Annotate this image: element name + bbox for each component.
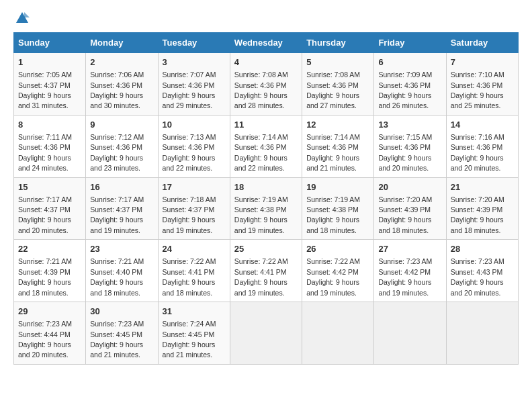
day-info: Sunrise: 7:14 AMSunset: 4:36 PMDaylight:… xyxy=(306,133,360,172)
day-number: 6 xyxy=(378,56,441,68)
day-number: 15 xyxy=(18,181,81,193)
header-cell-monday: Monday xyxy=(86,33,158,53)
day-info: Sunrise: 7:06 AMSunset: 4:36 PMDaylight:… xyxy=(90,71,144,109)
day-number: 27 xyxy=(378,243,441,255)
header-cell-thursday: Thursday xyxy=(302,33,374,53)
day-number: 12 xyxy=(306,119,369,131)
day-cell: 27 Sunrise: 7:23 AMSunset: 4:42 PMDaylig… xyxy=(374,240,446,302)
day-cell: 25 Sunrise: 7:22 AMSunset: 4:41 PMDaylig… xyxy=(230,240,302,302)
day-info: Sunrise: 7:08 AMSunset: 4:36 PMDaylight:… xyxy=(234,71,288,109)
day-number: 4 xyxy=(234,56,298,68)
day-cell: 23 Sunrise: 7:21 AMSunset: 4:40 PMDaylig… xyxy=(86,240,158,302)
day-number: 16 xyxy=(90,181,153,193)
day-info: Sunrise: 7:22 AMSunset: 4:42 PMDaylight:… xyxy=(306,257,360,296)
header-cell-friday: Friday xyxy=(374,33,446,53)
calendar-body: 1 Sunrise: 7:05 AMSunset: 4:37 PMDayligh… xyxy=(14,53,519,365)
day-cell: 3 Sunrise: 7:07 AMSunset: 4:36 PMDayligh… xyxy=(158,53,230,116)
day-number: 20 xyxy=(378,181,441,193)
day-number: 31 xyxy=(163,306,226,318)
day-info: Sunrise: 7:23 AMSunset: 4:42 PMDaylight:… xyxy=(378,257,432,296)
day-number: 21 xyxy=(451,181,514,193)
day-cell: 24 Sunrise: 7:22 AMSunset: 4:41 PMDaylig… xyxy=(158,240,230,302)
day-cell: 20 Sunrise: 7:20 AMSunset: 4:39 PMDaylig… xyxy=(374,177,446,240)
header-cell-wednesday: Wednesday xyxy=(230,33,302,53)
day-info: Sunrise: 7:12 AMSunset: 4:36 PMDaylight:… xyxy=(90,133,144,172)
day-cell: 14 Sunrise: 7:16 AMSunset: 4:36 PMDaylig… xyxy=(446,115,518,177)
day-number: 17 xyxy=(163,181,226,193)
header-cell-tuesday: Tuesday xyxy=(158,33,230,53)
day-info: Sunrise: 7:21 AMSunset: 4:40 PMDaylight:… xyxy=(90,257,144,296)
day-cell: 10 Sunrise: 7:13 AMSunset: 4:36 PMDaylig… xyxy=(158,115,230,177)
logo-icon xyxy=(15,11,30,26)
day-cell: 26 Sunrise: 7:22 AMSunset: 4:42 PMDaylig… xyxy=(302,240,374,302)
day-info: Sunrise: 7:15 AMSunset: 4:36 PMDaylight:… xyxy=(378,133,432,172)
week-row-2: 8 Sunrise: 7:11 AMSunset: 4:36 PMDayligh… xyxy=(14,115,519,177)
svg-marker-1 xyxy=(24,12,30,17)
day-cell: 9 Sunrise: 7:12 AMSunset: 4:36 PMDayligh… xyxy=(86,115,158,177)
day-cell: 2 Sunrise: 7:06 AMSunset: 4:36 PMDayligh… xyxy=(86,53,158,116)
week-row-3: 15 Sunrise: 7:17 AMSunset: 4:37 PMDaylig… xyxy=(14,177,519,240)
day-cell xyxy=(302,302,374,365)
day-info: Sunrise: 7:10 AMSunset: 4:36 PMDaylight:… xyxy=(451,71,504,109)
day-info: Sunrise: 7:14 AMSunset: 4:36 PMDaylight:… xyxy=(234,133,288,172)
day-info: Sunrise: 7:18 AMSunset: 4:37 PMDaylight:… xyxy=(163,195,216,234)
day-info: Sunrise: 7:09 AMSunset: 4:36 PMDaylight:… xyxy=(378,71,432,109)
day-info: Sunrise: 7:20 AMSunset: 4:39 PMDaylight:… xyxy=(378,195,432,234)
day-cell: 17 Sunrise: 7:18 AMSunset: 4:37 PMDaylig… xyxy=(158,177,230,240)
day-cell: 16 Sunrise: 7:17 AMSunset: 4:37 PMDaylig… xyxy=(86,177,158,240)
day-cell: 21 Sunrise: 7:20 AMSunset: 4:39 PMDaylig… xyxy=(446,177,518,240)
day-info: Sunrise: 7:22 AMSunset: 4:41 PMDaylight:… xyxy=(163,257,216,296)
day-number: 26 xyxy=(306,243,369,255)
day-info: Sunrise: 7:08 AMSunset: 4:36 PMDaylight:… xyxy=(306,71,360,109)
day-info: Sunrise: 7:23 AMSunset: 4:43 PMDaylight:… xyxy=(451,257,504,296)
day-cell: 29 Sunrise: 7:23 AMSunset: 4:44 PMDaylig… xyxy=(14,302,86,365)
day-cell: 1 Sunrise: 7:05 AMSunset: 4:37 PMDayligh… xyxy=(14,53,86,116)
day-cell: 31 Sunrise: 7:24 AMSunset: 4:45 PMDaylig… xyxy=(158,302,230,365)
day-number: 2 xyxy=(90,56,153,68)
day-number: 9 xyxy=(90,119,153,131)
day-number: 5 xyxy=(306,56,369,68)
week-row-4: 22 Sunrise: 7:21 AMSunset: 4:39 PMDaylig… xyxy=(14,240,519,302)
day-info: Sunrise: 7:13 AMSunset: 4:36 PMDaylight:… xyxy=(163,133,216,172)
day-cell: 12 Sunrise: 7:14 AMSunset: 4:36 PMDaylig… xyxy=(302,115,374,177)
day-number: 10 xyxy=(163,119,226,131)
day-info: Sunrise: 7:24 AMSunset: 4:45 PMDaylight:… xyxy=(163,320,216,359)
day-cell: 11 Sunrise: 7:14 AMSunset: 4:36 PMDaylig… xyxy=(230,115,302,177)
day-number: 25 xyxy=(234,243,298,255)
day-number: 14 xyxy=(451,119,514,131)
day-cell xyxy=(446,302,518,365)
day-info: Sunrise: 7:17 AMSunset: 4:37 PMDaylight:… xyxy=(18,195,72,234)
day-cell xyxy=(230,302,302,365)
day-number: 24 xyxy=(163,243,226,255)
day-cell: 5 Sunrise: 7:08 AMSunset: 4:36 PMDayligh… xyxy=(302,53,374,116)
day-info: Sunrise: 7:19 AMSunset: 4:38 PMDaylight:… xyxy=(234,195,288,234)
day-info: Sunrise: 7:19 AMSunset: 4:38 PMDaylight:… xyxy=(306,195,360,234)
day-number: 23 xyxy=(90,243,153,255)
day-info: Sunrise: 7:22 AMSunset: 4:41 PMDaylight:… xyxy=(234,257,288,296)
day-number: 7 xyxy=(451,56,514,68)
day-info: Sunrise: 7:16 AMSunset: 4:36 PMDaylight:… xyxy=(451,133,504,172)
day-number: 19 xyxy=(306,181,369,193)
day-cell xyxy=(374,302,446,365)
header-cell-sunday: Sunday xyxy=(14,33,86,53)
week-row-1: 1 Sunrise: 7:05 AMSunset: 4:37 PMDayligh… xyxy=(14,53,519,116)
header-cell-saturday: Saturday xyxy=(446,33,518,53)
logo-area xyxy=(13,11,30,26)
day-number: 30 xyxy=(90,306,153,318)
day-cell: 18 Sunrise: 7:19 AMSunset: 4:38 PMDaylig… xyxy=(230,177,302,240)
day-info: Sunrise: 7:11 AMSunset: 4:36 PMDaylight:… xyxy=(18,133,72,172)
day-info: Sunrise: 7:23 AMSunset: 4:45 PMDaylight:… xyxy=(90,320,144,359)
calendar-table: SundayMondayTuesdayWednesdayThursdayFrid… xyxy=(13,32,519,365)
day-cell: 22 Sunrise: 7:21 AMSunset: 4:39 PMDaylig… xyxy=(14,240,86,302)
day-cell: 30 Sunrise: 7:23 AMSunset: 4:45 PMDaylig… xyxy=(86,302,158,365)
day-number: 29 xyxy=(18,306,81,318)
week-row-5: 29 Sunrise: 7:23 AMSunset: 4:44 PMDaylig… xyxy=(14,302,519,365)
day-number: 28 xyxy=(451,243,514,255)
day-number: 13 xyxy=(378,119,441,131)
logo xyxy=(13,11,30,26)
day-cell: 8 Sunrise: 7:11 AMSunset: 4:36 PMDayligh… xyxy=(14,115,86,177)
day-number: 3 xyxy=(163,56,226,68)
day-number: 8 xyxy=(18,119,81,131)
day-cell: 6 Sunrise: 7:09 AMSunset: 4:36 PMDayligh… xyxy=(374,53,446,116)
day-cell: 13 Sunrise: 7:15 AMSunset: 4:36 PMDaylig… xyxy=(374,115,446,177)
